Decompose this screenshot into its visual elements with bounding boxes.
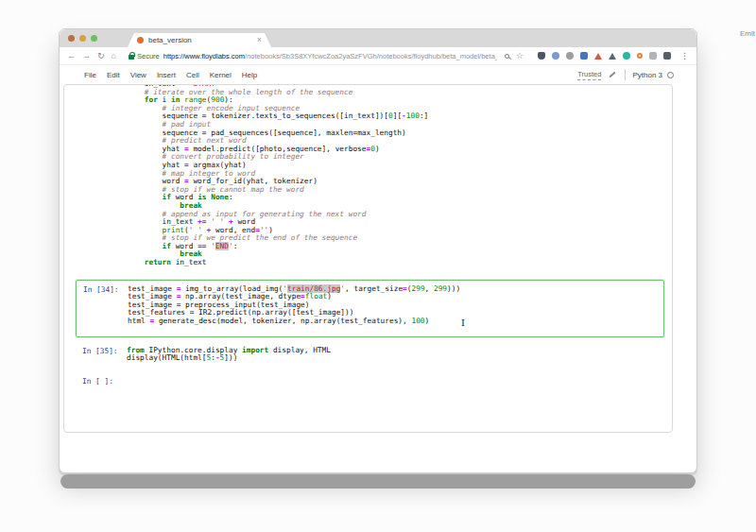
- address-bar[interactable]: https://www.floydlabs.com/notebooks/Sb3S…: [163, 52, 497, 60]
- search-icon[interactable]: [505, 54, 509, 59]
- dark-fan-extension-icon[interactable]: [609, 53, 616, 60]
- kernel-status-icon: [667, 72, 674, 78]
- orange-ring-extension-icon[interactable]: [637, 53, 643, 59]
- code-cell[interactable]: in_text = 'START' # iterate over the who…: [64, 84, 672, 267]
- url-path: /notebooks/Sb3S8XYfcwcZoa2yaSzFVGh/noteb…: [245, 52, 497, 60]
- tab-close-icon[interactable]: ×: [257, 36, 262, 44]
- url-host: https://www.floydlabs.com: [163, 52, 245, 60]
- cell-code[interactable]: test_image = img_to_array(load_img('trai…: [128, 285, 460, 326]
- browser-toolbar: ← → ↻ ⌂ Secure https://www.floydlabs.com…: [60, 47, 696, 65]
- reload-icon[interactable]: ↻: [97, 52, 105, 60]
- menu-file[interactable]: File: [84, 71, 96, 79]
- cell-code[interactable]: from IPython.core.display import display…: [127, 347, 331, 363]
- browser-window: beta_version × ← → ↻ ⌂ Secure https://ww…: [59, 28, 697, 473]
- browser-tab[interactable]: beta_version ×: [128, 33, 271, 47]
- menu-kernel[interactable]: Kernel: [210, 71, 232, 79]
- chrome-menu-icon[interactable]: ⋮: [680, 51, 689, 60]
- minimize-window-button[interactable]: [79, 35, 86, 42]
- code-cell[interactable]: In [34]:test_image = img_to_array(load_i…: [76, 280, 664, 337]
- menu-cell[interactable]: Cell: [186, 71, 199, 79]
- bookmark-star-icon[interactable]: ☆: [516, 52, 524, 60]
- dark-square-extension-icon[interactable]: [663, 52, 671, 60]
- teal-circle-extension-icon[interactable]: [623, 52, 630, 60]
- menu-view[interactable]: View: [130, 71, 146, 79]
- extension-icons: [538, 52, 671, 60]
- blue-circle-extension-icon[interactable]: [552, 52, 559, 60]
- padlock-icon: [129, 55, 134, 60]
- trusted-badge[interactable]: Trusted: [577, 70, 601, 80]
- zoom-window-button[interactable]: [91, 35, 97, 42]
- browser-action-icons: ☆ ⋮: [505, 51, 689, 60]
- menu-help[interactable]: Help: [242, 71, 257, 79]
- notebook-cells: in_text = 'START' # iterate over the who…: [64, 84, 672, 386]
- window-traffic-lights: [68, 35, 97, 42]
- gray-square-extension-icon[interactable]: [649, 52, 657, 60]
- shield-extension-icon[interactable]: [538, 52, 545, 60]
- cell-prompt: In [34]:: [77, 285, 128, 326]
- red-caret-extension-icon[interactable]: [594, 53, 602, 60]
- jupyter-favicon-icon: [137, 37, 144, 43]
- blue-square-extension-icon[interactable]: [580, 52, 588, 60]
- cell-prompt: [64, 84, 127, 267]
- text-cursor-pointer: I: [461, 317, 465, 328]
- notebook-content: in_text = 'START' # iterate over the who…: [63, 84, 673, 433]
- gray-circle-extension-icon[interactable]: [566, 52, 574, 60]
- cell-prompt: In [ ]:: [64, 377, 127, 386]
- home-icon[interactable]: ⌂: [112, 52, 116, 60]
- tab-title: beta_version: [148, 36, 192, 44]
- code-cell[interactable]: In [35]:from IPython.core.display import…: [64, 347, 672, 363]
- menu-edit[interactable]: Edit: [107, 71, 120, 79]
- notebook-menu: FileEditViewInsertCellKernelHelp: [84, 71, 267, 79]
- notebook-status-area: Trusted Python 3: [577, 69, 674, 80]
- back-icon[interactable]: ←: [67, 52, 76, 60]
- cell-code[interactable]: in_text = 'START' # iterate over the who…: [127, 84, 428, 267]
- code-cell[interactable]: In [ ]:: [64, 377, 672, 386]
- close-window-button[interactable]: [68, 35, 75, 42]
- pencil-icon: [610, 72, 616, 78]
- menu-insert[interactable]: Insert: [157, 71, 176, 79]
- page-corner-label: Emit: [740, 29, 755, 38]
- browser-tab-bar: beta_version ×: [60, 29, 696, 47]
- cell-prompt: In [35]:: [64, 347, 127, 363]
- kernel-name: Python 3: [632, 71, 662, 79]
- separator: [625, 69, 626, 80]
- notebook-menubar: FileEditViewInsertCellKernelHelp Trusted…: [60, 65, 696, 84]
- forward-icon[interactable]: →: [82, 52, 91, 60]
- secure-label: Secure: [137, 52, 160, 60]
